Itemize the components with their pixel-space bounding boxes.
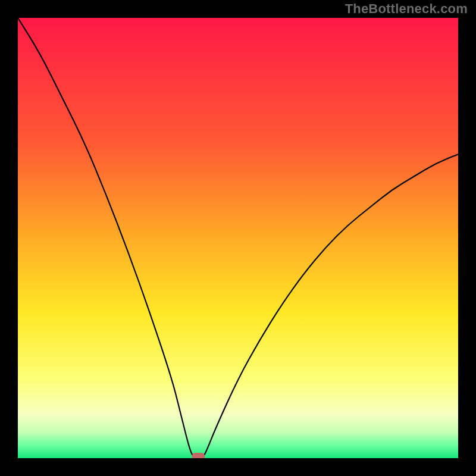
gradient-background [18, 18, 458, 458]
plot-area [18, 18, 458, 458]
optimum-marker [192, 453, 205, 458]
chart-frame: TheBottleneck.com [0, 0, 476, 476]
watermark-text: TheBottleneck.com [345, 1, 468, 17]
bottleneck-chart [18, 18, 458, 458]
